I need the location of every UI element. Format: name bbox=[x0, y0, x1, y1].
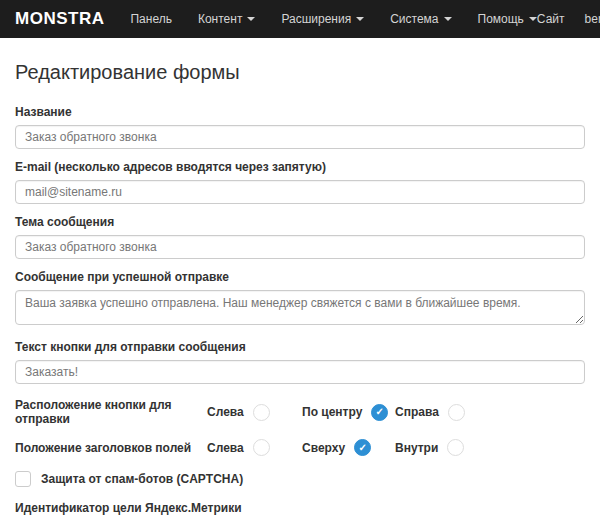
field-group-subject: Тема сообщения bbox=[15, 215, 585, 259]
captcha-label[interactable]: Защита от спам-ботов (CAPTCHA) bbox=[41, 472, 243, 486]
menu-item-system[interactable]: Система bbox=[390, 12, 451, 26]
field-group-email: E-mail (несколько адресов вводятся через… bbox=[15, 160, 585, 204]
form-edit-area: Название E-mail (несколько адресов вводя… bbox=[0, 105, 600, 520]
subject-field-label: Тема сообщения bbox=[15, 215, 585, 229]
field-group-title: Название bbox=[15, 105, 585, 149]
radio-option-left[interactable]: Слева bbox=[207, 404, 302, 421]
success-message-label: Сообщение при успешной отправке bbox=[15, 270, 585, 284]
email-field-label: E-mail (несколько адресов вводятся через… bbox=[15, 160, 585, 174]
label-position-label: Положение заголовков полей bbox=[15, 441, 207, 455]
radio-unchecked-icon[interactable] bbox=[447, 439, 464, 456]
field-group-yandex-goal: Идентификатор цели Яндекс.Метрики bbox=[15, 501, 585, 520]
button-position-label: Расположение кнопки для отправки bbox=[15, 398, 207, 426]
email-field-input[interactable] bbox=[15, 180, 585, 204]
user-menu[interactable]: bender bbox=[585, 9, 600, 29]
top-navbar: MONSTRA Панель Контент Расширения Систем… bbox=[0, 0, 600, 38]
field-group-success-message: Сообщение при успешной отправке Ваша зая… bbox=[15, 270, 585, 329]
radio-option-right[interactable]: Справа bbox=[395, 404, 465, 421]
success-message-textarea[interactable]: Ваша заявка успешно отправлена. Наш мене… bbox=[15, 290, 585, 325]
subject-field-input[interactable] bbox=[15, 235, 585, 259]
radio-unchecked-icon[interactable] bbox=[253, 404, 270, 421]
radio-checked-icon[interactable]: ✓ bbox=[371, 404, 388, 421]
title-field-label: Название bbox=[15, 105, 585, 119]
radio-unchecked-icon[interactable] bbox=[448, 404, 465, 421]
brand-logo[interactable]: MONSTRA bbox=[15, 9, 104, 29]
chevron-down-icon bbox=[247, 17, 255, 21]
yandex-goal-label: Идентификатор цели Яндекс.Метрики bbox=[15, 501, 585, 515]
username-label: bender bbox=[585, 12, 600, 26]
radio-option-inside[interactable]: Внутри bbox=[395, 439, 464, 456]
menu-item-help[interactable]: Помощь bbox=[478, 12, 537, 26]
radio-option-left[interactable]: Слева bbox=[207, 439, 302, 456]
site-link[interactable]: Сайт bbox=[537, 12, 565, 26]
chevron-down-icon bbox=[529, 17, 537, 21]
menu-item-dashboard[interactable]: Панель bbox=[130, 12, 171, 26]
radio-option-center[interactable]: По центру ✓ bbox=[302, 404, 395, 421]
main-menu: Панель Контент Расширения Система Помощь bbox=[130, 12, 536, 26]
captcha-checkbox[interactable] bbox=[15, 471, 31, 487]
radio-row-label-position: Положение заголовков полей Слева Сверху … bbox=[15, 439, 585, 456]
chevron-down-icon bbox=[356, 17, 364, 21]
radio-row-button-position: Расположение кнопки для отправки Слева П… bbox=[15, 398, 585, 426]
menu-item-extensions[interactable]: Расширения bbox=[281, 12, 364, 26]
captcha-checkbox-row: Защита от спам-ботов (CAPTCHA) bbox=[15, 471, 585, 487]
menu-item-content[interactable]: Контент bbox=[198, 12, 255, 26]
radio-checked-icon[interactable]: ✓ bbox=[354, 439, 371, 456]
radio-option-top[interactable]: Сверху ✓ bbox=[302, 439, 395, 456]
button-text-label: Текст кнопки для отправки сообщения bbox=[15, 340, 585, 354]
title-field-input[interactable] bbox=[15, 125, 585, 149]
navbar-right: Сайт bender bbox=[537, 9, 600, 29]
chevron-down-icon bbox=[444, 17, 452, 21]
radio-unchecked-icon[interactable] bbox=[253, 439, 270, 456]
button-text-input[interactable] bbox=[15, 360, 585, 384]
page-title: Редактирование формы bbox=[15, 61, 585, 84]
field-group-button-text: Текст кнопки для отправки сообщения bbox=[15, 340, 585, 384]
